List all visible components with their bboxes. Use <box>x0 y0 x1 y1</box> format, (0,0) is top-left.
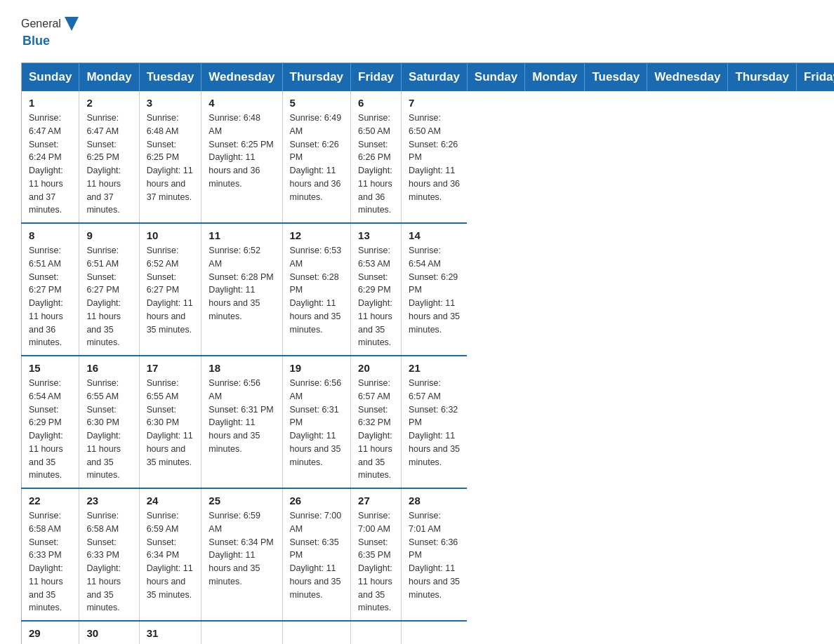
calendar-cell: 23 Sunrise: 6:58 AM Sunset: 6:33 PM Dayl… <box>79 488 139 621</box>
logo-blue-text: Blue <box>22 34 50 48</box>
calendar-cell: 13 Sunrise: 6:53 AM Sunset: 6:29 PM Dayl… <box>351 223 402 356</box>
day-number: 21 <box>409 362 460 374</box>
calendar-day-header-friday: Friday <box>796 63 834 92</box>
day-info: Sunrise: 6:54 AM Sunset: 6:29 PM Dayligh… <box>29 377 72 482</box>
calendar-cell: 10 Sunrise: 6:52 AM Sunset: 6:27 PM Dayl… <box>139 223 201 356</box>
calendar-cell <box>402 621 468 644</box>
calendar-week-row: 1 Sunrise: 6:47 AM Sunset: 6:24 PM Dayli… <box>22 91 835 223</box>
calendar-cell: 22 Sunrise: 6:58 AM Sunset: 6:33 PM Dayl… <box>22 488 79 621</box>
calendar-day-header-tuesday: Tuesday <box>139 63 201 92</box>
day-number: 10 <box>147 229 194 241</box>
calendar-cell: 2 Sunrise: 6:47 AM Sunset: 6:25 PM Dayli… <box>79 91 139 223</box>
day-number: 25 <box>208 495 274 507</box>
day-number: 8 <box>29 229 72 241</box>
day-info: Sunrise: 6:59 AM Sunset: 6:34 PM Dayligh… <box>208 509 274 589</box>
day-number: 24 <box>147 495 194 507</box>
day-info: Sunrise: 7:00 AM Sunset: 6:35 PM Dayligh… <box>358 509 394 615</box>
day-info: Sunrise: 6:59 AM Sunset: 6:34 PM Dayligh… <box>147 509 194 601</box>
calendar-week-row: 22 Sunrise: 6:58 AM Sunset: 6:33 PM Dayl… <box>22 488 835 621</box>
day-number: 2 <box>86 97 131 109</box>
day-number: 4 <box>208 97 274 109</box>
day-info: Sunrise: 6:48 AM Sunset: 6:25 PM Dayligh… <box>147 112 194 203</box>
day-number: 5 <box>290 97 344 109</box>
calendar-cell: 9 Sunrise: 6:51 AM Sunset: 6:27 PM Dayli… <box>79 223 139 356</box>
day-number: 7 <box>409 97 460 109</box>
day-number: 9 <box>86 229 131 241</box>
day-number: 28 <box>409 495 460 507</box>
calendar-cell: 28 Sunrise: 7:01 AM Sunset: 6:36 PM Dayl… <box>402 488 468 621</box>
calendar-cell <box>282 621 351 644</box>
calendar-cell: 30 Sunrise: 7:01 AM Sunset: 6:37 PM Dayl… <box>79 621 139 644</box>
calendar-cell: 7 Sunrise: 6:50 AM Sunset: 6:26 PM Dayli… <box>402 91 468 223</box>
day-info: Sunrise: 6:55 AM Sunset: 6:30 PM Dayligh… <box>147 377 194 469</box>
calendar-cell: 4 Sunrise: 6:48 AM Sunset: 6:25 PM Dayli… <box>201 91 282 223</box>
day-info: Sunrise: 6:51 AM Sunset: 6:27 PM Dayligh… <box>29 244 72 349</box>
day-info: Sunrise: 6:47 AM Sunset: 6:25 PM Dayligh… <box>86 112 131 217</box>
day-number: 6 <box>358 97 394 109</box>
day-info: Sunrise: 6:53 AM Sunset: 6:28 PM Dayligh… <box>290 244 344 336</box>
day-info: Sunrise: 6:48 AM Sunset: 6:25 PM Dayligh… <box>208 112 274 191</box>
day-number: 15 <box>29 362 72 374</box>
calendar-day-header-sunday: Sunday <box>467 63 524 92</box>
day-info: Sunrise: 7:00 AM Sunset: 6:35 PM Dayligh… <box>290 509 344 601</box>
day-number: 20 <box>358 362 394 374</box>
day-info: Sunrise: 6:51 AM Sunset: 6:27 PM Dayligh… <box>86 244 131 349</box>
calendar-cell <box>201 621 282 644</box>
day-info: Sunrise: 7:01 AM Sunset: 6:36 PM Dayligh… <box>409 509 460 601</box>
calendar-day-header-wednesday: Wednesday <box>647 63 728 92</box>
day-number: 26 <box>290 495 344 507</box>
day-number: 16 <box>86 362 131 374</box>
calendar-table: SundayMondayTuesdayWednesdayThursdayFrid… <box>21 62 834 644</box>
day-info: Sunrise: 6:56 AM Sunset: 6:31 PM Dayligh… <box>208 377 274 456</box>
calendar-day-header-thursday: Thursday <box>728 63 797 92</box>
calendar-cell: 18 Sunrise: 6:56 AM Sunset: 6:31 PM Dayl… <box>201 356 282 488</box>
logo-general-text: General <box>21 18 61 30</box>
calendar-cell: 16 Sunrise: 6:55 AM Sunset: 6:30 PM Dayl… <box>79 356 139 488</box>
calendar-cell: 5 Sunrise: 6:49 AM Sunset: 6:26 PM Dayli… <box>282 91 351 223</box>
calendar-cell: 15 Sunrise: 6:54 AM Sunset: 6:29 PM Dayl… <box>22 356 79 488</box>
day-number: 27 <box>358 495 394 507</box>
day-number: 14 <box>409 229 460 241</box>
day-info: Sunrise: 6:58 AM Sunset: 6:33 PM Dayligh… <box>29 509 72 615</box>
day-number: 1 <box>29 97 72 109</box>
calendar-cell <box>351 621 402 644</box>
calendar-header-row: SundayMondayTuesdayWednesdayThursdayFrid… <box>22 63 835 92</box>
day-info: Sunrise: 6:57 AM Sunset: 6:32 PM Dayligh… <box>409 377 460 469</box>
day-info: Sunrise: 6:49 AM Sunset: 6:26 PM Dayligh… <box>290 112 344 203</box>
day-number: 30 <box>86 627 131 639</box>
day-info: Sunrise: 6:54 AM Sunset: 6:29 PM Dayligh… <box>409 244 460 336</box>
day-number: 17 <box>147 362 194 374</box>
calendar-cell: 25 Sunrise: 6:59 AM Sunset: 6:34 PM Dayl… <box>201 488 282 621</box>
logo: General Blue <box>21 14 82 48</box>
day-number: 29 <box>29 627 72 639</box>
calendar-cell: 12 Sunrise: 6:53 AM Sunset: 6:28 PM Dayl… <box>282 223 351 356</box>
day-number: 22 <box>29 495 72 507</box>
day-number: 18 <box>208 362 274 374</box>
page-header: General Blue <box>21 14 813 48</box>
day-number: 11 <box>208 229 274 241</box>
calendar-cell: 19 Sunrise: 6:56 AM Sunset: 6:31 PM Dayl… <box>282 356 351 488</box>
day-info: Sunrise: 6:52 AM Sunset: 6:28 PM Dayligh… <box>208 244 274 323</box>
day-number: 13 <box>358 229 394 241</box>
calendar-cell: 17 Sunrise: 6:55 AM Sunset: 6:30 PM Dayl… <box>139 356 201 488</box>
calendar-week-row: 8 Sunrise: 6:51 AM Sunset: 6:27 PM Dayli… <box>22 223 835 356</box>
calendar-day-header-thursday: Thursday <box>282 63 351 92</box>
calendar-cell: 29 Sunrise: 7:01 AM Sunset: 6:36 PM Dayl… <box>22 621 79 644</box>
day-number: 19 <box>290 362 344 374</box>
calendar-cell: 27 Sunrise: 7:00 AM Sunset: 6:35 PM Dayl… <box>351 488 402 621</box>
day-info: Sunrise: 6:58 AM Sunset: 6:33 PM Dayligh… <box>86 509 131 615</box>
day-info: Sunrise: 6:55 AM Sunset: 6:30 PM Dayligh… <box>86 377 131 482</box>
logo-flag-icon <box>62 14 81 34</box>
day-number: 23 <box>86 495 131 507</box>
calendar-cell: 14 Sunrise: 6:54 AM Sunset: 6:29 PM Dayl… <box>402 223 468 356</box>
day-info: Sunrise: 6:56 AM Sunset: 6:31 PM Dayligh… <box>290 377 344 469</box>
svg-marker-0 <box>65 17 79 31</box>
calendar-day-header-sunday: Sunday <box>22 63 79 92</box>
calendar-cell: 21 Sunrise: 6:57 AM Sunset: 6:32 PM Dayl… <box>402 356 468 488</box>
calendar-day-header-tuesday: Tuesday <box>585 63 647 92</box>
day-number: 31 <box>147 627 194 639</box>
day-info: Sunrise: 6:52 AM Sunset: 6:27 PM Dayligh… <box>147 244 194 336</box>
calendar-cell: 1 Sunrise: 6:47 AM Sunset: 6:24 PM Dayli… <box>22 91 79 223</box>
calendar-cell: 3 Sunrise: 6:48 AM Sunset: 6:25 PM Dayli… <box>139 91 201 223</box>
calendar-cell: 11 Sunrise: 6:52 AM Sunset: 6:28 PM Dayl… <box>201 223 282 356</box>
